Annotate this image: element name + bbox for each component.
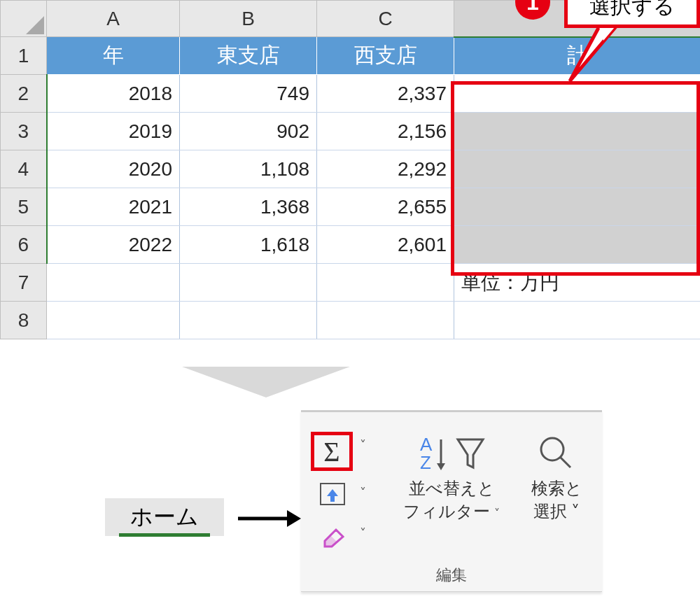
row-header-4[interactable]: 4 xyxy=(1,150,47,188)
cell-d4[interactable] xyxy=(454,150,701,188)
sigma-icon: Σ xyxy=(323,435,340,468)
cell-b6[interactable]: 1,618 xyxy=(180,226,317,264)
fill-icon xyxy=(318,482,347,507)
callout-box: 選択する xyxy=(564,0,700,28)
home-tab[interactable]: ホーム xyxy=(105,498,224,536)
chevron-down-icon: ˅ xyxy=(494,507,500,519)
cell-b7[interactable] xyxy=(180,264,317,302)
cell-b5[interactable]: 1,368 xyxy=(180,188,317,226)
cell-b8[interactable] xyxy=(180,302,317,339)
down-arrow-icon xyxy=(182,367,350,397)
cell-a2[interactable]: 2018 xyxy=(47,75,180,113)
cell-d3[interactable] xyxy=(454,113,701,150)
fill-button[interactable] xyxy=(316,481,349,509)
col-header-a[interactable]: A xyxy=(47,1,180,37)
fill-dropdown[interactable]: ˅ xyxy=(360,485,366,500)
cell-c8[interactable] xyxy=(317,302,454,339)
home-tab-label: ホーム xyxy=(130,502,199,533)
home-tab-underline xyxy=(119,533,210,537)
find-select-button[interactable]: 検索と 選択 ˅ xyxy=(518,430,595,523)
cell-c2[interactable]: 2,337 xyxy=(317,75,454,113)
clear-button[interactable] xyxy=(316,521,349,549)
cell-b1[interactable]: 東支店 xyxy=(180,37,317,75)
sort-filter-button[interactable]: A Z 並べ替えと フィルター ˅ xyxy=(392,430,511,523)
sort-filter-label-2: フィルター xyxy=(403,502,490,521)
ribbon-group-label: 編集 xyxy=(301,565,602,586)
find-select-label-2: 選択 xyxy=(533,502,567,521)
cell-a7[interactable] xyxy=(47,264,180,302)
row-header-3[interactable]: 3 xyxy=(1,113,47,150)
cell-a4[interactable]: 2020 xyxy=(47,150,180,188)
ribbon-area: ホーム Σ ˅ ˅ ˅ xyxy=(105,403,609,599)
clear-dropdown[interactable]: ˅ xyxy=(360,526,366,541)
cell-d6[interactable] xyxy=(454,226,701,264)
col-header-c[interactable]: C xyxy=(317,1,454,37)
svg-marker-2 xyxy=(182,367,350,397)
row-header-2[interactable]: 2 xyxy=(1,75,47,113)
row-header-7[interactable]: 7 xyxy=(1,264,47,302)
cell-b2[interactable]: 749 xyxy=(180,75,317,113)
autosum-button[interactable]: Σ xyxy=(311,432,353,471)
row-header-6[interactable]: 6 xyxy=(1,226,47,264)
editing-group-panel: Σ ˅ ˅ ˅ A Z xyxy=(301,410,602,592)
svg-marker-4 xyxy=(287,510,301,527)
row-header-5[interactable]: 5 xyxy=(1,188,47,226)
svg-line-15 xyxy=(560,457,570,467)
svg-rect-7 xyxy=(330,496,335,502)
eraser-icon xyxy=(318,523,347,548)
find-select-label-1: 検索と xyxy=(518,477,595,500)
cell-a3[interactable]: 2019 xyxy=(47,113,180,150)
cell-a5[interactable]: 2021 xyxy=(47,188,180,226)
cell-c4[interactable]: 2,292 xyxy=(317,150,454,188)
cell-a8[interactable] xyxy=(47,302,180,339)
cell-a1[interactable]: 年 xyxy=(47,37,180,75)
cell-b3[interactable]: 902 xyxy=(180,113,317,150)
row-header-1[interactable]: 1 xyxy=(1,37,47,75)
spreadsheet: A B C D 1 年 東支店 西支店 計 2 2018 749 2,337 3… xyxy=(0,0,700,339)
row-header-8[interactable]: 8 xyxy=(1,302,47,339)
cell-d7[interactable]: 単位：万円 xyxy=(454,264,701,302)
search-icon xyxy=(518,430,595,477)
cell-b4[interactable]: 1,108 xyxy=(180,150,317,188)
svg-marker-13 xyxy=(437,463,445,470)
cell-d8[interactable] xyxy=(454,302,701,339)
arrow-icon xyxy=(238,508,301,529)
cell-c5[interactable]: 2,655 xyxy=(317,188,454,226)
cell-a6[interactable]: 2022 xyxy=(47,226,180,264)
cell-d5[interactable] xyxy=(454,188,701,226)
svg-marker-6 xyxy=(327,489,338,496)
callout-text: 選択する xyxy=(589,0,675,21)
svg-text:Z: Z xyxy=(420,452,431,473)
chevron-down-icon: ˅ xyxy=(571,502,580,521)
sort-filter-icon: A Z xyxy=(392,430,511,477)
autosum-dropdown[interactable]: ˅ xyxy=(360,437,366,453)
cell-c1[interactable]: 西支店 xyxy=(317,37,454,75)
cell-c3[interactable]: 2,156 xyxy=(317,113,454,150)
cell-c7[interactable] xyxy=(317,264,454,302)
cell-c6[interactable]: 2,601 xyxy=(317,226,454,264)
svg-marker-9 xyxy=(325,535,337,547)
select-all-corner[interactable] xyxy=(1,1,47,37)
sort-filter-label-1: 並べ替えと xyxy=(392,477,511,500)
col-header-b[interactable]: B xyxy=(180,1,317,37)
svg-marker-0 xyxy=(570,27,616,81)
